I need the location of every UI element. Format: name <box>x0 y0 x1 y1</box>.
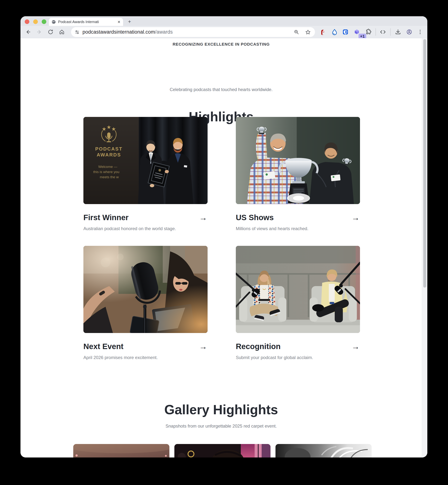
card-photo-first-winner: PODCAST AWARDS Welcome — this is where y… <box>83 117 208 204</box>
highlight-card-next-event[interactable]: Next Event → April 2026 promises more ex… <box>83 246 208 361</box>
gallery-subtitle: Snapshots from our unforgettable 2025 re… <box>20 424 422 429</box>
card-arrow-icon[interactable]: → <box>199 342 207 351</box>
site-settings-icon[interactable] <box>74 29 80 35</box>
minimize-window-button[interactable] <box>33 19 38 24</box>
toolbar-divider <box>376 28 376 36</box>
url-path: /awards <box>155 29 173 35</box>
window-controls <box>25 19 46 24</box>
highlights-heading: Highlights <box>20 109 422 124</box>
card-photo-next-event <box>83 246 208 333</box>
home-icon[interactable] <box>59 29 65 35</box>
reload-icon[interactable] <box>48 29 54 35</box>
card-arrow-icon[interactable]: → <box>199 213 207 222</box>
extension-shield-icon[interactable] <box>342 29 349 35</box>
tab-title: Podcast Awards Internati <box>58 20 116 24</box>
close-window-button[interactable] <box>25 19 29 24</box>
gallery-heading: Gallery Highlights <box>20 403 422 417</box>
card-photo-us-shows <box>236 117 360 204</box>
extension-red-drip-icon[interactable] <box>320 29 326 35</box>
card-description: Australian podcast honored on the world … <box>83 226 208 232</box>
new-tab-button[interactable]: + <box>126 18 133 25</box>
card-photo-recognition <box>236 246 360 333</box>
downloads-icon[interactable] <box>395 29 401 35</box>
card-description: Submit your podcast for global acclaim. <box>236 355 360 361</box>
zoom-out-icon[interactable] <box>294 29 299 35</box>
toolbar-divider <box>390 28 391 36</box>
tab-strip: Podcast Awards Internati ✕ + <box>20 16 427 26</box>
browser-window: Podcast Awards Internati ✕ + podcastawar… <box>20 16 427 458</box>
scrollbar-thumb[interactable] <box>423 39 426 288</box>
globe-favicon-icon <box>51 20 56 24</box>
backdrop-welcome1: Welcome — <box>98 165 117 169</box>
backdrop-welcome3: meets the w <box>100 175 119 179</box>
code-brackets-icon[interactable] <box>380 29 386 35</box>
card-title[interactable]: Recognition <box>236 342 360 351</box>
card-title[interactable]: Next Event <box>83 342 208 351</box>
back-icon[interactable] <box>25 29 31 35</box>
card-title[interactable]: First Winner <box>83 213 208 222</box>
page-scrollbar[interactable] <box>422 38 427 458</box>
browser-tab[interactable]: Podcast Awards Internati ✕ <box>49 18 123 26</box>
gallery-photo-1[interactable] <box>73 444 169 458</box>
web-page: RECOGNIZING EXCELLENCE IN PODCASTING Cel… <box>20 38 427 458</box>
highlight-card-first-winner[interactable]: PODCAST AWARDS Welcome — this is where y… <box>83 117 208 232</box>
browser-toolbar: podcastawardsinternational.com/awards <box>20 26 427 38</box>
url-text: podcastawardsinternational.com/awards <box>82 29 173 35</box>
backdrop-brand-line1: PODCAST <box>95 146 122 152</box>
highlight-card-us-shows[interactable]: US Shows → Millions of views and hearts … <box>236 117 360 232</box>
backdrop-welcome2: this is where you <box>93 170 119 174</box>
tab-close-icon[interactable]: ✕ <box>117 20 120 24</box>
card-description: April 2026 promises more excitement. <box>83 355 208 361</box>
highlight-card-recognition[interactable]: Recognition → Submit your podcast for gl… <box>236 246 360 361</box>
card-arrow-icon[interactable]: → <box>352 342 360 351</box>
extension-water-drop-icon[interactable] <box>331 29 338 35</box>
address-bar[interactable]: podcastawardsinternational.com/awards <box>71 27 315 37</box>
card-title[interactable]: US Shows <box>236 213 360 222</box>
card-description: Millions of views and hearts reached. <box>236 226 360 232</box>
url-host: podcastawardsinternational.com <box>82 29 155 35</box>
forward-icon[interactable] <box>36 29 42 35</box>
card-arrow-icon[interactable]: → <box>352 213 360 222</box>
profile-icon[interactable] <box>406 29 412 35</box>
fullscreen-window-button[interactable] <box>42 19 46 24</box>
backdrop-brand-line2: AWARDS <box>97 152 121 157</box>
menu-dots-icon[interactable] <box>417 29 423 35</box>
gallery-photo-2[interactable] <box>174 444 271 458</box>
bookmark-star-icon[interactable] <box>305 29 311 35</box>
gallery-photo-3[interactable] <box>275 444 372 458</box>
page-intro: Celebrating podcasts that touched hearts… <box>20 87 422 92</box>
page-kicker: RECOGNIZING EXCELLENCE IN PODCASTING <box>20 42 422 47</box>
